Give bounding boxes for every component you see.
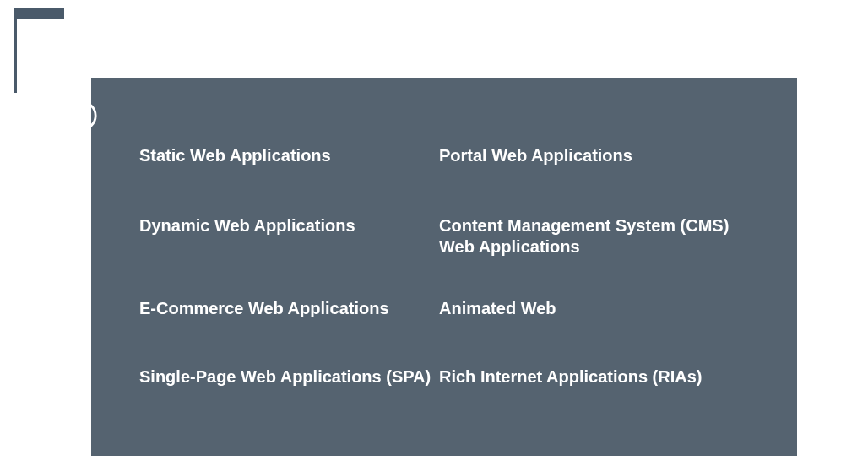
arrow-up-circle-icon xyxy=(66,100,98,132)
item-left-3: E-Commerce Web Applications xyxy=(139,298,439,319)
item-left-4: Single-Page Web Applications (SPA) xyxy=(139,366,439,388)
slide-stage: Static Web Applications Portal Web Appli… xyxy=(0,0,868,472)
top-accent-bar xyxy=(14,8,64,19)
item-right-3: Animated Web xyxy=(439,298,743,319)
left-accent-bar xyxy=(14,8,17,93)
item-right-2: Content Management System (CMS) Web Appl… xyxy=(439,215,743,258)
item-right-4: Rich Internet Applications (RIAs) xyxy=(439,366,743,388)
items-grid: Static Web Applications Portal Web Appli… xyxy=(139,145,747,388)
item-right-1: Portal Web Applications xyxy=(439,145,743,166)
item-left-1: Static Web Applications xyxy=(139,145,439,166)
item-left-2: Dynamic Web Applications xyxy=(139,215,439,258)
